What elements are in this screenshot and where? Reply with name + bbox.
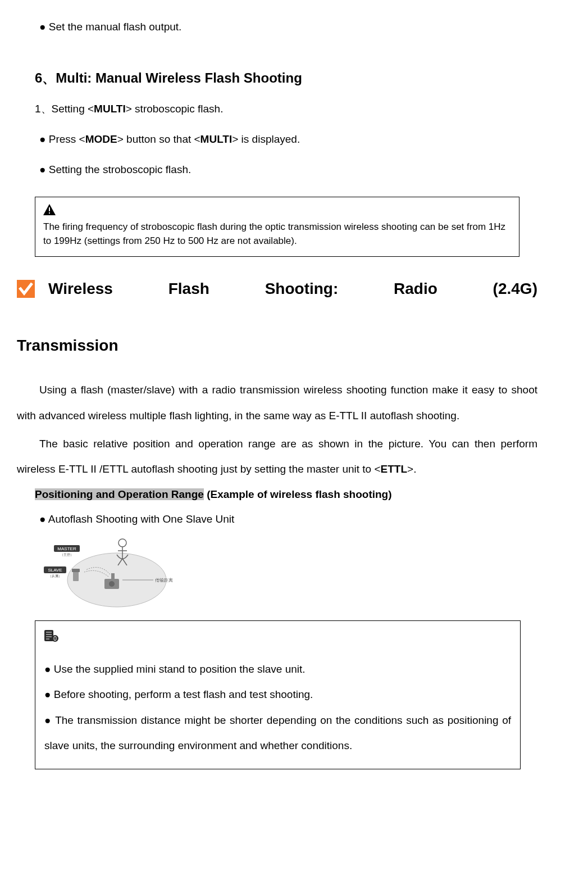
para2-pre: The basic relative position and operatio…: [17, 438, 537, 475]
wireless-heading: Wireless Flash Shooting: Radio (2.4G): [17, 274, 537, 303]
info-b1: ● Use the supplied mini stand to positio…: [44, 656, 511, 682]
step1-pre: 1、Setting <: [35, 103, 94, 115]
svg-rect-12: [72, 569, 80, 572]
subhead-highlight: Positioning and Operation Range: [35, 488, 204, 500]
info-b2: ● Before shooting, perform a test flash …: [44, 682, 511, 708]
b1-bold: MODE: [85, 133, 117, 145]
check-icon: [17, 280, 35, 298]
bullet-manual-output: ● Set the manual flash output.: [39, 17, 537, 37]
label-slave: SLAVE: [48, 568, 62, 573]
svg-point-9: [109, 581, 115, 587]
w3: Shooting:: [265, 274, 339, 303]
svg-text:（主控）: （主控）: [60, 552, 74, 557]
warning-text: The firing frequency of stroboscopic fla…: [43, 221, 505, 247]
para2-bold: ETTL: [381, 463, 408, 475]
label-range: 传输距离约30米: [155, 578, 173, 583]
info-box: 0 ● Use the supplied mini stand to posit…: [35, 620, 521, 769]
svg-point-13: [118, 539, 126, 547]
positioning-subhead: Positioning and Operation Range (Example…: [35, 484, 537, 505]
b1-bold2: MULTI: [200, 133, 233, 145]
info-b3-text: The transmission distance might be short…: [44, 714, 511, 752]
info-b2-text: Before shooting, perform a test flash an…: [54, 688, 313, 700]
w5: (2.4G): [493, 274, 537, 303]
para1: Using a flash (master/slave) with a radi…: [17, 377, 537, 428]
b1-mid: > button so that <: [117, 133, 200, 145]
svg-rect-11: [73, 571, 79, 581]
autoflash-text: Autoflash Shooting with One Slave Unit: [48, 513, 235, 525]
b1-pre: Press <: [49, 133, 85, 145]
step1-post: > stroboscopic flash.: [126, 103, 224, 115]
label-master: MASTER: [57, 546, 76, 551]
warning-box: The firing frequency of stroboscopic fla…: [35, 197, 519, 257]
step1-bold: MULTI: [94, 103, 126, 115]
warning-icon: [43, 204, 56, 215]
w4: Radio: [394, 274, 437, 303]
slave-diagram: MASTER （主控） SLAVE （从属） 传输距离约30米: [44, 535, 537, 615]
info-icon: 0: [44, 629, 59, 642]
svg-rect-0: [49, 207, 50, 211]
svg-text:0: 0: [53, 636, 57, 642]
section6-heading: 6、Multi: Manual Wireless Flash Shooting: [35, 65, 537, 91]
bullet-strobo: ● Setting the stroboscopic flash.: [39, 160, 537, 180]
subhead-rest: (Example of wireless flash shooting): [204, 488, 392, 500]
bullet-text: Set the manual flash output.: [49, 21, 182, 33]
info-b3: ● The transmission distance might be sho…: [44, 708, 511, 759]
para2-post: >.: [407, 463, 416, 475]
svg-rect-10: [111, 573, 115, 579]
info-b1-text: Use the supplied mini stand to position …: [54, 663, 306, 675]
bullet-mode: ● Press <MODE> button so that <MULTI> is…: [39, 129, 537, 149]
w1: Wireless: [48, 274, 113, 303]
step1-line: 1、Setting <MULTI> stroboscopic flash.: [35, 99, 537, 119]
svg-rect-1: [49, 212, 50, 214]
transmission-heading: Transmission: [17, 330, 537, 360]
b2-text: Setting the stroboscopic flash.: [49, 164, 191, 175]
para2: The basic relative position and operatio…: [17, 431, 537, 482]
svg-text:（从属）: （从属）: [48, 574, 62, 578]
b1-post: > is displayed.: [232, 133, 300, 145]
w2: Flash: [168, 274, 209, 303]
bullet-autoflash: ● Autoflash Shooting with One Slave Unit: [39, 509, 537, 529]
